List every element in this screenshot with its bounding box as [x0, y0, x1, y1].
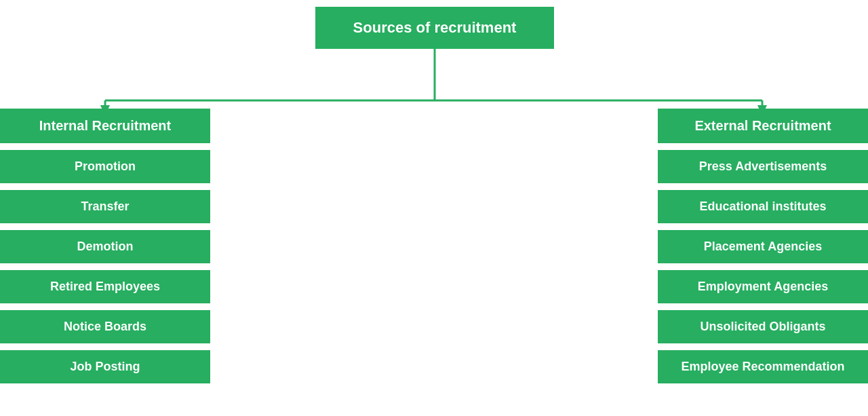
- left-header: Internal Recruitment: [0, 109, 210, 143]
- right-header: External Recruitment: [658, 109, 868, 143]
- left-column: Internal Recruitment Promotion Transfer …: [0, 109, 210, 383]
- left-item-0: Promotion: [0, 150, 210, 183]
- root-box: Sources of recruitment: [315, 7, 554, 49]
- left-item-2: Demotion: [0, 230, 210, 263]
- right-column: External Recruitment Press Advertisement…: [658, 109, 868, 383]
- left-item-4: Notice Boards: [0, 310, 210, 343]
- right-item-5: Employee Recommendation: [658, 350, 868, 383]
- right-item-1: Educational institutes: [658, 190, 868, 223]
- left-item-5: Job Posting: [0, 350, 210, 383]
- right-item-3: Employment Agencies: [658, 270, 868, 303]
- left-item-3: Retired Employees: [0, 270, 210, 303]
- diagram: Sources of recruitment Internal Recruitm…: [0, 0, 868, 416]
- right-item-4: Unsolicited Obligants: [658, 310, 868, 343]
- right-item-0: Press Advertisements: [658, 150, 868, 183]
- right-item-2: Placement Agencies: [658, 230, 868, 263]
- left-item-1: Transfer: [0, 190, 210, 223]
- root-label: Sources of recruitment: [353, 19, 517, 37]
